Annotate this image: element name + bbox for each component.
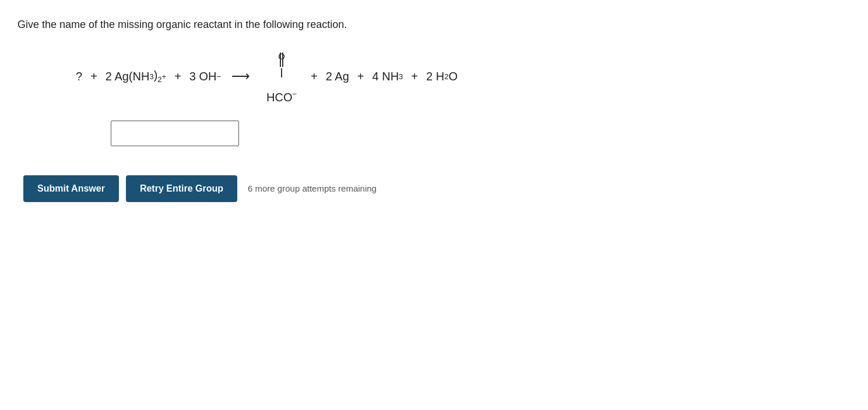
reactant-oh: 3 OH−	[189, 70, 221, 83]
product-hco: O HCO−	[264, 50, 299, 103]
plus-5: +	[411, 70, 418, 83]
retry-entire-group-button[interactable]: Retry Entire Group	[126, 175, 237, 202]
reactant-silver-close: )2	[154, 69, 162, 84]
plus-1: +	[90, 70, 97, 83]
hco-structure: O	[264, 50, 299, 90]
h2o-text: 2 H	[426, 70, 444, 83]
reactant-unknown: ?	[76, 70, 82, 83]
submit-answer-button[interactable]: Submit Answer	[23, 175, 119, 202]
button-row: Submit Answer Retry Entire Group 6 more …	[23, 175, 851, 202]
plus-4: +	[357, 70, 364, 83]
nh3-product-sub: 3	[399, 72, 403, 81]
answer-input-area	[111, 121, 851, 146]
reactant-silver-charge: +	[162, 72, 167, 81]
reaction-equation: ? + 2 Ag(NH3)2+ + 3 OH− ⟶ O HCO− + 2 Ag …	[76, 50, 851, 103]
question-text: Give the name of the missing organic rea…	[17, 17, 851, 32]
question-mark: ?	[76, 70, 82, 83]
attempts-remaining-text: 6 more group attempts remaining	[248, 183, 377, 193]
product-h2o: 2 H2O	[426, 70, 458, 83]
oh-charge: −	[217, 72, 222, 81]
answer-input[interactable]	[111, 121, 239, 146]
plus-2: +	[174, 70, 181, 83]
reactant-silver-complex: 2 Ag(NH3)2+	[106, 69, 166, 84]
reactant-silver-sub2: 2	[157, 75, 161, 84]
reactant-silver-count: 2 Ag(NH	[106, 70, 150, 83]
ag-text: 2 Ag	[326, 70, 349, 83]
product-nh3: 4 NH3	[372, 70, 403, 83]
h2o-sub: 2	[444, 72, 448, 81]
svg-text:O: O	[278, 51, 285, 61]
h2o-o: O	[448, 70, 458, 83]
product-ag: 2 Ag	[326, 70, 349, 83]
nh3-text: 4 NH	[372, 70, 399, 83]
nh3-sub: 3	[149, 72, 153, 81]
plus-3: +	[311, 70, 318, 83]
hco-charge: −	[293, 90, 297, 98]
reaction-arrow: ⟶	[231, 69, 250, 84]
hco-label: HCO−	[266, 90, 297, 103]
oh-text: 3 OH	[189, 70, 217, 83]
